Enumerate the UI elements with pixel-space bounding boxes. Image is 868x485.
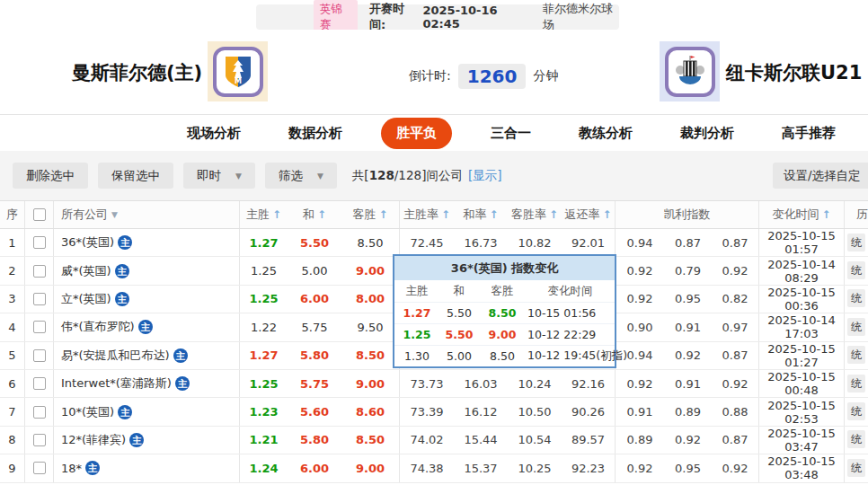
odds-away: 8.50 (341, 427, 400, 454)
return-rate: 92.16 (562, 370, 616, 397)
popup-change-time: 10-15 01:56 (526, 306, 615, 320)
company-cell[interactable]: 10*(英国)主 (54, 398, 240, 425)
row-checkbox[interactable] (25, 257, 54, 284)
draw-rate: 16.12 (454, 405, 508, 419)
row-checkbox[interactable] (25, 342, 54, 369)
company-cell[interactable]: 12*(菲律宾)主 (54, 427, 240, 454)
tab-data-analysis[interactable]: 数据分析 (279, 119, 351, 148)
away-rate: 10.24 (508, 377, 562, 391)
home-badge-icon: 主 (129, 433, 144, 447)
draw-rate: 15.44 (454, 433, 508, 446)
stats-cell[interactable]: 统 (845, 320, 868, 335)
stats-cell[interactable]: 统 (845, 404, 868, 419)
return-rate: 90.26 (562, 398, 616, 425)
odds-change-popup: 36*(英国) 指数变化 主胜 和 客胜 变化时间 1.27 5.50 8.50… (393, 254, 616, 368)
col-draw-rate[interactable]: 和率↑ (454, 207, 508, 223)
tab-live-analysis[interactable]: 现场分析 (178, 119, 250, 148)
stats-button: 统 (847, 289, 865, 307)
stats-cell[interactable]: 统 (845, 235, 868, 251)
row-seq: 8 (0, 427, 25, 454)
tab-coach-analysis[interactable]: 教练分析 (570, 119, 642, 148)
row-checkbox[interactable] (25, 229, 54, 256)
tab-referee-analysis[interactable]: 裁判分析 (671, 119, 743, 148)
row-checkbox[interactable] (25, 454, 54, 481)
company-cell[interactable]: 威*(英国)主 (54, 257, 240, 284)
instant-dropdown[interactable]: 即时 ▼ (183, 163, 255, 189)
kelly-home: 0.92 (616, 462, 664, 475)
stats-cell[interactable]: 统 (845, 432, 868, 447)
row-checkbox[interactable] (25, 313, 54, 340)
sort-up-icon: ↑ (549, 208, 558, 221)
checkbox-icon (33, 462, 46, 474)
tab-expert-recommend[interactable]: 高手推荐 (773, 119, 845, 148)
checkbox-icon (33, 236, 46, 249)
col-away-rate[interactable]: 客胜率↑ (508, 207, 562, 223)
col-home-rate[interactable]: 主胜率↑ (400, 207, 454, 223)
home-rate: 74.02 (400, 433, 454, 446)
popup-odds-draw: 5.50 (439, 306, 479, 320)
company-cell[interactable]: 18*主 (54, 454, 240, 481)
col-change-time[interactable]: 变化时间↑ (759, 201, 845, 228)
odds-draw: 5.75 (288, 321, 341, 334)
stats-cell[interactable]: 统 (845, 263, 868, 278)
col-home-odds[interactable]: 主胜↑ (240, 207, 288, 223)
col-clipped: 历 (845, 207, 868, 223)
company-cell[interactable]: 伟*(直布罗陀)主 (54, 313, 240, 340)
kelly-away: 0.87 (712, 342, 759, 369)
change-time: 2025-10-15 00:48 (759, 370, 845, 397)
keep-selected-button[interactable]: 保留选中 (98, 163, 173, 189)
stats-button: 统 (847, 234, 865, 251)
popup-col-time: 变化时间 (526, 284, 615, 299)
odds-draw: 5.60 (288, 405, 341, 419)
start-time-label: 开赛时间: (369, 1, 417, 33)
odds-table: 序 所有公司▼ 主胜↑ 和↑ 客胜↑ 主胜率↑ 和率↑ 客胜率↑ 返还率↑ 凯利… (0, 200, 868, 483)
col-return-rate[interactable]: 返还率↑ (562, 201, 616, 228)
odds-home: 1.25 (240, 264, 288, 278)
magpies-crest-icon (672, 54, 708, 90)
kelly-home: 0.92 (616, 292, 664, 305)
odds-comparison-page: 英锦赛 开赛时间: 2025-10-16 02:45 菲尔德米尔球场 曼斯菲尔德… (0, 0, 868, 485)
show-link[interactable]: [显示] (468, 168, 502, 182)
checkbox-icon (33, 321, 46, 333)
row-checkbox[interactable] (25, 370, 54, 397)
col-draw-odds[interactable]: 和↑ (288, 207, 341, 223)
match-info-bar: 英锦赛 开赛时间: 2025-10-16 02:45 菲尔德米尔球场 (256, 4, 619, 30)
odds-home: 1.22 (240, 321, 288, 334)
instant-dropdown-label: 即时 (197, 168, 221, 184)
header-select-all-checkbox[interactable] (25, 201, 54, 228)
settings-select-button[interactable]: 设置/选择自定 (773, 163, 868, 189)
caret-down-icon: ▼ (317, 172, 323, 181)
col-away-odds[interactable]: 客胜↑ (341, 201, 400, 228)
home-rate: 73.73 (400, 377, 454, 391)
kelly-draw: 0.92 (664, 433, 712, 446)
venue-name: 菲尔德米尔球场 (543, 1, 619, 33)
kelly-away: 0.82 (712, 286, 759, 313)
row-seq: 5 (0, 342, 25, 369)
stats-cell[interactable]: 统 (845, 461, 868, 476)
change-time: 2025-10-15 01:27 (759, 342, 845, 369)
row-checkbox[interactable] (25, 398, 54, 425)
odds-away: 8.50 (341, 229, 400, 256)
odds-away: 8.00 (341, 286, 400, 313)
stats-cell[interactable]: 统 (845, 376, 868, 392)
company-cell[interactable]: Interwet*(塞浦路斯)主 (54, 370, 240, 397)
col-kelly-index: 凯利指数 (616, 201, 759, 228)
company-cell[interactable]: 36*(英国)主 (54, 229, 240, 256)
company-cell[interactable]: 立*(英国)主 (54, 286, 240, 313)
tab-win-draw-lose[interactable]: 胜平负 (381, 118, 452, 149)
sort-up-icon: ↑ (489, 208, 498, 221)
row-checkbox[interactable] (25, 286, 54, 313)
kelly-draw: 0.91 (664, 377, 712, 391)
tab-three-in-one[interactable]: 三合一 (482, 119, 540, 148)
stats-cell[interactable]: 统 (845, 348, 868, 363)
delete-selected-button[interactable]: 删除选中 (13, 163, 88, 189)
stats-cell[interactable]: 统 (845, 291, 868, 306)
filter-dropdown[interactable]: 筛选 ▼ (265, 163, 337, 189)
odds-away: 8.60 (341, 398, 400, 425)
change-time: 2025-10-14 17:03 (759, 313, 845, 340)
return-rate: 89.57 (562, 427, 616, 454)
col-company[interactable]: 所有公司▼ (54, 201, 240, 228)
checkbox-icon (33, 434, 46, 446)
company-cell[interactable]: 易*(安提瓜和巴布达)主 (54, 342, 240, 369)
row-checkbox[interactable] (25, 427, 54, 454)
